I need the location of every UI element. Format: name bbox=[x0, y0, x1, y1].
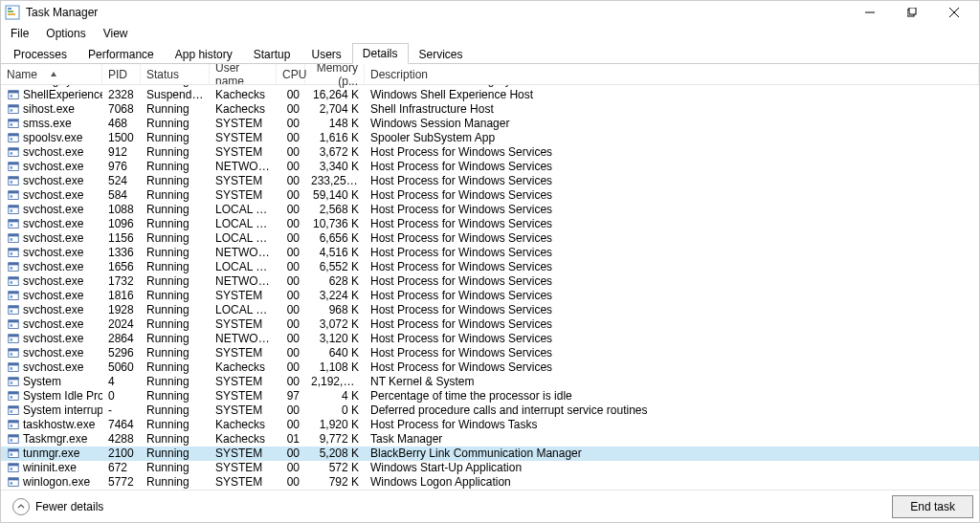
table-row[interactable]: svchost.exe524RunningSYSTEM00233,252 KHo… bbox=[1, 174, 979, 188]
table-row[interactable]: tunmgr.exe2100RunningSYSTEM005,208 KBlac… bbox=[1, 447, 979, 461]
proc-cpu: 01 bbox=[277, 432, 305, 447]
proc-memory: 1,920 K bbox=[305, 418, 365, 432]
proc-status: Running bbox=[141, 346, 210, 360]
proc-description: Host Process for Windows Services bbox=[365, 145, 979, 160]
proc-memory: 6,656 K bbox=[305, 231, 365, 246]
proc-pid: 584 bbox=[102, 188, 141, 203]
proc-description: Host Process for Windows Services bbox=[365, 246, 979, 260]
menu-view[interactable]: View bbox=[96, 25, 136, 42]
proc-description: Deferred procedure calls and interrupt s… bbox=[365, 403, 979, 418]
table-row[interactable]: sihost.exe7068RunningKachecks002,704 KSh… bbox=[1, 102, 979, 117]
proc-status: Running bbox=[141, 447, 210, 461]
tab-services[interactable]: Services bbox=[409, 44, 474, 64]
proc-memory: 572 K bbox=[305, 461, 365, 475]
proc-cpu: 00 bbox=[277, 174, 305, 188]
table-row[interactable]: svchost.exe2024RunningSYSTEM003,072 KHos… bbox=[1, 317, 979, 332]
fewer-details-button[interactable]: Fewer details bbox=[7, 494, 109, 519]
proc-status: Running bbox=[141, 231, 210, 246]
table-row[interactable]: wininit.exe672RunningSYSTEM00572 KWindow… bbox=[1, 461, 979, 475]
tab-startup[interactable]: Startup bbox=[243, 44, 301, 64]
svg-rect-29 bbox=[11, 152, 13, 155]
svg-rect-94 bbox=[9, 463, 19, 466]
table-row[interactable]: taskhostw.exe7464RunningKachecks001,920 … bbox=[1, 418, 979, 432]
end-task-button[interactable]: End task bbox=[892, 495, 973, 518]
table-row[interactable]: svchost.exe2864RunningNETWORK...003,120 … bbox=[1, 332, 979, 346]
proc-memory: 1,108 K bbox=[305, 360, 365, 375]
proc-description: Task Manager bbox=[365, 432, 979, 447]
proc-pid: 0 bbox=[102, 389, 141, 403]
table-row[interactable]: svchost.exe1732RunningNETWORK...00628 KH… bbox=[1, 274, 979, 289]
col-status[interactable]: Status bbox=[141, 64, 210, 84]
proc-user: SYSTEM bbox=[210, 188, 277, 203]
proc-description: Windows Session Manager bbox=[365, 117, 979, 131]
table-row[interactable]: spoolsv.exe1500RunningSYSTEM001,616 KSpo… bbox=[1, 131, 979, 145]
table-row[interactable]: System4RunningSYSTEM002,192,224 KNT Kern… bbox=[1, 375, 979, 389]
close-button[interactable] bbox=[933, 1, 975, 24]
svg-rect-2 bbox=[8, 11, 13, 12]
table-row[interactable]: System Idle Process0RunningSYSTEM974 KPe… bbox=[1, 389, 979, 403]
col-name[interactable]: Name bbox=[1, 64, 102, 84]
table-row[interactable]: System interrupts-RunningSYSTEM000 KDefe… bbox=[1, 403, 979, 418]
minimize-button[interactable] bbox=[849, 1, 891, 24]
tab-details[interactable]: Details bbox=[352, 43, 409, 64]
proc-pid: - bbox=[102, 403, 141, 418]
proc-description: Windows Start-Up Application bbox=[365, 461, 979, 475]
col-memory[interactable]: Memory (p... bbox=[305, 64, 365, 84]
proc-status: Running bbox=[141, 432, 210, 447]
table-row[interactable]: Taskmgr.exe4288RunningKachecks019,772 KT… bbox=[1, 432, 979, 447]
col-description[interactable]: Description bbox=[365, 64, 979, 84]
proc-pid: 4 bbox=[102, 375, 141, 389]
proc-pid: 1088 bbox=[102, 203, 141, 217]
tab-apphistory[interactable]: App history bbox=[165, 44, 243, 64]
proc-pid: 5772 bbox=[102, 475, 141, 490]
proc-memory: 59,140 K bbox=[305, 188, 365, 203]
maximize-button[interactable] bbox=[891, 1, 933, 24]
process-grid[interactable]: services.exe764RunningSYSTEM002,132 KSer… bbox=[1, 85, 979, 490]
table-row[interactable]: svchost.exe5296RunningSYSTEM00640 KHost … bbox=[1, 346, 979, 360]
col-pid[interactable]: PID bbox=[102, 64, 141, 84]
table-row[interactable]: svchost.exe584RunningSYSTEM0059,140 KHos… bbox=[1, 188, 979, 203]
proc-name: svchost.exe bbox=[23, 217, 83, 231]
table-row[interactable]: svchost.exe1088RunningLOCAL SE...002,568… bbox=[1, 203, 979, 217]
process-icon bbox=[7, 247, 20, 260]
table-row[interactable]: svchost.exe1096RunningLOCAL SE...0010,73… bbox=[1, 217, 979, 231]
tab-processes[interactable]: Processes bbox=[3, 44, 78, 64]
proc-name: taskhostw.exe bbox=[23, 418, 95, 432]
col-name-label: Name bbox=[7, 68, 37, 81]
table-row[interactable]: svchost.exe1928RunningLOCAL SE...00968 K… bbox=[1, 303, 979, 317]
table-row[interactable]: svchost.exe1656RunningLOCAL SE...006,552… bbox=[1, 260, 979, 274]
proc-status: Running bbox=[141, 174, 210, 188]
titlebar[interactable]: Task Manager bbox=[1, 1, 979, 24]
table-row[interactable]: svchost.exe5060RunningKachecks001,108 KH… bbox=[1, 360, 979, 375]
table-row[interactable]: svchost.exe1156RunningLOCAL SE...006,656… bbox=[1, 231, 979, 246]
table-row[interactable]: ShellExperienceHost....2328SuspendedKach… bbox=[1, 88, 979, 102]
svg-rect-82 bbox=[9, 405, 19, 408]
svg-rect-20 bbox=[11, 109, 13, 112]
col-user[interactable]: User name bbox=[210, 64, 277, 84]
table-row[interactable]: smss.exe468RunningSYSTEM00148 KWindows S… bbox=[1, 117, 979, 131]
table-row[interactable]: svchost.exe1336RunningNETWORK...004,516 … bbox=[1, 246, 979, 260]
proc-pid: 524 bbox=[102, 174, 141, 188]
svg-rect-73 bbox=[9, 362, 19, 365]
table-row[interactable]: svchost.exe1816RunningSYSTEM003,224 KHos… bbox=[1, 289, 979, 303]
tab-users[interactable]: Users bbox=[301, 44, 351, 64]
proc-status: Running bbox=[141, 160, 210, 174]
menu-options[interactable]: Options bbox=[38, 25, 93, 42]
table-row[interactable]: winlogon.exe5772RunningSYSTEM00792 KWind… bbox=[1, 475, 979, 490]
proc-name: svchost.exe bbox=[23, 160, 83, 174]
tab-performance[interactable]: Performance bbox=[78, 44, 165, 64]
tab-bar: Processes Performance App history Startu… bbox=[1, 43, 979, 64]
col-cpu[interactable]: CPU bbox=[277, 64, 305, 84]
menu-file[interactable]: File bbox=[3, 25, 36, 42]
proc-memory: 148 K bbox=[305, 117, 365, 131]
proc-name: svchost.exe bbox=[23, 246, 83, 260]
proc-status: Running bbox=[141, 289, 210, 303]
proc-cpu: 00 bbox=[277, 461, 305, 475]
proc-cpu: 00 bbox=[277, 346, 305, 360]
details-panel: Name PID Status User name CPU Memory (p.… bbox=[1, 64, 979, 490]
proc-name: svchost.exe bbox=[23, 260, 83, 274]
proc-name: System bbox=[23, 375, 61, 389]
table-row[interactable]: svchost.exe912RunningSYSTEM003,672 KHost… bbox=[1, 145, 979, 160]
table-row[interactable]: svchost.exe976RunningNETWORK...003,340 K… bbox=[1, 160, 979, 174]
proc-cpu: 00 bbox=[277, 131, 305, 145]
